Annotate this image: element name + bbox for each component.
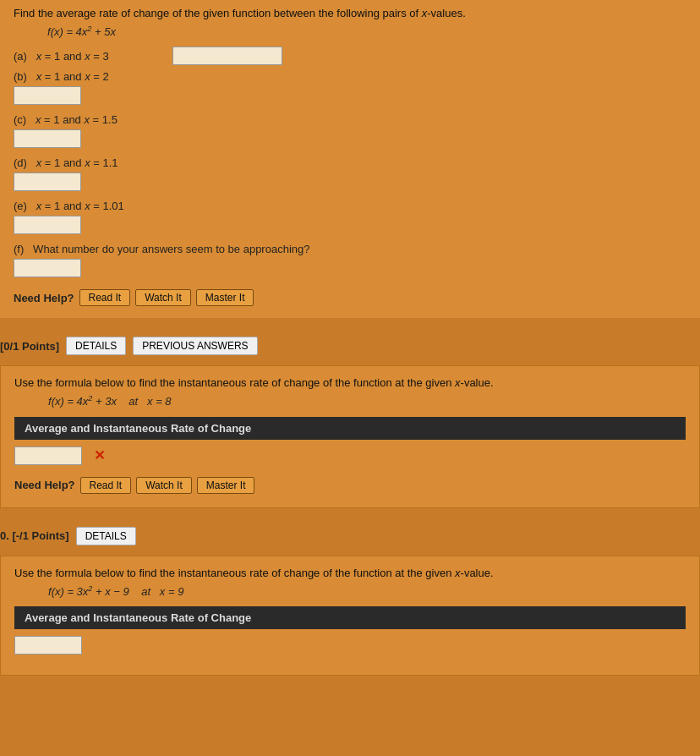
part-a-input[interactable] bbox=[172, 47, 282, 65]
part-f-input[interactable] bbox=[14, 259, 81, 277]
part-e-label: (e) x = 1 and x = 1.01 bbox=[14, 200, 686, 212]
section3-dark-header: Average and Instantaneous Rate of Change bbox=[14, 606, 686, 629]
read-it-button-1[interactable]: Read It bbox=[79, 289, 131, 306]
section2-content: Use the formula below to find the instan… bbox=[0, 365, 700, 507]
section2-answer-row: ✕ bbox=[14, 446, 686, 465]
part-d-input[interactable] bbox=[14, 173, 81, 191]
section2-instruction: Use the formula below to find the instan… bbox=[14, 376, 686, 389]
need-help-row-2: Need Help? Read It Watch It Master It bbox=[14, 477, 686, 494]
section2-dark-header: Average and Instantaneous Rate of Change bbox=[14, 417, 686, 440]
need-help-label-1: Need Help? bbox=[14, 292, 74, 304]
section2-error-mark: ✕ bbox=[94, 447, 105, 463]
section3-answer-row bbox=[14, 636, 686, 655]
section3-content: Use the formula below to find the instan… bbox=[0, 556, 700, 676]
need-help-row-1: Need Help? Read It Watch It Master It bbox=[14, 289, 686, 306]
section2-function: f(x) = 4x2 + 3x at x = 8 bbox=[48, 394, 686, 408]
section3-points: 0. [-/1 Points] bbox=[0, 529, 69, 542]
section3-header: 0. [-/1 Points] DETAILS bbox=[0, 522, 700, 549]
section3-wrapper: 0. [-/1 Points] DETAILS Use the formula … bbox=[0, 515, 700, 682]
part-a: (a) x = 1 and x = 3 bbox=[14, 47, 686, 65]
section3-function: f(x) = 3x2 + x − 9 at x = 9 bbox=[48, 584, 686, 598]
part-b: (b) x = 1 and x = 2 bbox=[14, 70, 686, 105]
top-instruction: Find the average rate of change of the g… bbox=[14, 7, 686, 19]
part-c-label: (c) x = 1 and x = 1.5 bbox=[14, 113, 686, 126]
master-it-button-1[interactable]: Master It bbox=[196, 289, 254, 306]
part-e: (e) x = 1 and x = 1.01 bbox=[14, 200, 686, 234]
part-b-input[interactable] bbox=[14, 86, 81, 105]
part-a-label: (a) x = 1 and x = 3 bbox=[14, 50, 166, 63]
part-d: (d) x = 1 and x = 1.1 bbox=[14, 156, 686, 191]
read-it-button-2[interactable]: Read It bbox=[80, 477, 132, 494]
section2-wrapper: [0/1 Points] DETAILS PREVIOUS ANSWERS Us… bbox=[0, 325, 700, 514]
section3-details-button[interactable]: DETAILS bbox=[76, 527, 136, 545]
section2-header: [0/1 Points] DETAILS PREVIOUS ANSWERS bbox=[0, 331, 700, 359]
section2-answer-input[interactable] bbox=[14, 446, 82, 465]
watch-it-button-1[interactable]: Watch It bbox=[135, 289, 191, 306]
watch-it-button-2[interactable]: Watch It bbox=[136, 477, 192, 494]
part-d-label: (d) x = 1 and x = 1.1 bbox=[14, 156, 686, 169]
section2-prev-answers-button[interactable]: PREVIOUS ANSWERS bbox=[133, 337, 257, 355]
section2-points: [0/1 Points] bbox=[0, 340, 59, 353]
part-b-label: (b) x = 1 and x = 2 bbox=[14, 70, 686, 83]
part-c-input[interactable] bbox=[14, 129, 81, 148]
part-c: (c) x = 1 and x = 1.5 bbox=[14, 113, 686, 148]
part-f-label: (f) What number do your answers seem to … bbox=[14, 243, 686, 255]
section2-details-button[interactable]: DETAILS bbox=[66, 337, 126, 355]
section3-answer-input[interactable] bbox=[14, 636, 82, 655]
top-problem-section: Find the average rate of change of the g… bbox=[0, 0, 700, 318]
part-f: (f) What number do your answers seem to … bbox=[14, 243, 686, 277]
part-e-input[interactable] bbox=[14, 216, 81, 234]
section3-instruction: Use the formula below to find the instan… bbox=[14, 567, 686, 579]
need-help-label-2: Need Help? bbox=[14, 479, 75, 491]
top-function: f(x) = 4x2 + 5x bbox=[47, 25, 686, 38]
master-it-button-2[interactable]: Master It bbox=[197, 477, 255, 494]
